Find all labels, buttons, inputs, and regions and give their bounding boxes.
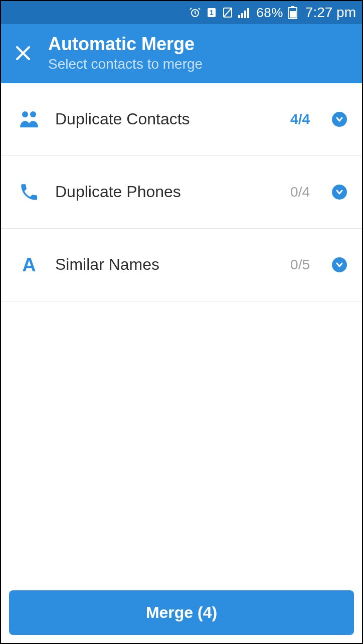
svg-rect-6 <box>241 13 243 18</box>
category-list: Duplicate Contacts 4/4 Duplicate Phones … <box>1 83 362 582</box>
row-duplicate-phones[interactable]: Duplicate Phones 0/4 <box>1 156 362 229</box>
signal-icon <box>238 7 251 18</box>
chevron-down-icon <box>335 188 343 196</box>
row-similar-names[interactable]: A Similar Names 0/5 <box>1 229 362 301</box>
letter-a-icon: A <box>16 252 42 278</box>
svg-rect-7 <box>244 11 246 18</box>
close-button[interactable] <box>12 42 34 64</box>
svg-text:A: A <box>22 254 36 275</box>
svg-rect-11 <box>290 11 296 18</box>
svg-text:1: 1 <box>210 9 214 17</box>
row-count: 4/4 <box>290 111 310 127</box>
sim-icon: 1 <box>206 7 217 18</box>
svg-rect-8 <box>247 8 249 18</box>
expand-toggle[interactable] <box>332 185 347 200</box>
app-header: Automatic Merge Select contacts to merge <box>1 24 362 83</box>
svg-point-15 <box>30 111 36 117</box>
status-bar: 1 68% 7:27 pm <box>1 1 362 24</box>
row-label: Similar Names <box>55 255 277 274</box>
clock-time: 7:27 pm <box>305 5 356 21</box>
merge-button[interactable]: Merge (4) <box>9 590 354 635</box>
row-duplicate-contacts[interactable]: Duplicate Contacts 4/4 <box>1 83 362 156</box>
row-label: Duplicate Phones <box>55 183 277 201</box>
bottom-bar: Merge (4) <box>1 582 362 643</box>
alarm-icon <box>189 7 201 19</box>
people-icon <box>16 106 42 132</box>
row-label: Duplicate Contacts <box>55 110 277 128</box>
expand-toggle[interactable] <box>332 257 347 272</box>
page-title: Automatic Merge <box>48 34 203 54</box>
page-subtitle: Select contacts to merge <box>48 56 203 72</box>
battery-percent: 68% <box>256 5 283 21</box>
svg-rect-5 <box>238 15 240 18</box>
phone-icon <box>16 179 42 205</box>
svg-line-4 <box>224 8 232 17</box>
expand-toggle[interactable] <box>332 112 347 127</box>
chevron-down-icon <box>335 115 343 123</box>
row-count: 0/5 <box>290 257 310 273</box>
no-sim-icon <box>222 7 233 18</box>
close-icon <box>15 45 31 61</box>
row-count: 0/4 <box>290 184 310 200</box>
svg-point-14 <box>22 111 28 117</box>
chevron-down-icon <box>335 261 343 269</box>
battery-icon <box>288 6 297 19</box>
